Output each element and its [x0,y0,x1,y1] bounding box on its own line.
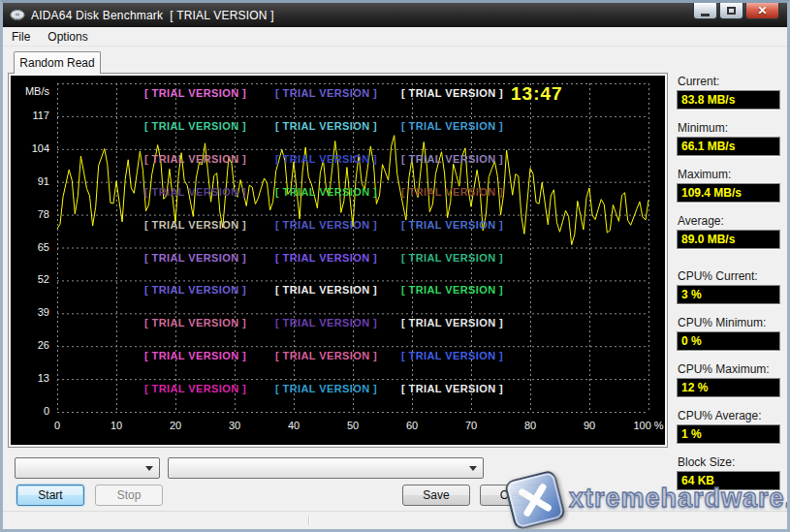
trial-watermark-r2-c0: [ TRIAL VERSION ] [144,153,246,165]
trial-watermark-r6-c0: [ TRIAL VERSION ] [144,284,246,296]
x-tick-20: 20 [154,420,197,431]
menu-bar: FileOptions [3,27,787,47]
trial-watermark-r3-c2: [ TRIAL VERSION ] [401,186,503,198]
chevron-down-icon [145,466,153,471]
y-axis-unit-label: MB/s [11,85,49,97]
trial-watermark-r2-c2: [ TRIAL VERSION ] [401,153,503,165]
close-button[interactable]: ✕ [745,3,779,19]
tab-page: 13:47 MB/s117104917865523926130010203040… [8,73,668,448]
stat-label-4: CPU% Current: [678,269,758,283]
x-tick-90: 90 [568,420,611,431]
trial-watermark-r8-c0: [ TRIAL VERSION ] [144,350,246,361]
status-bar-divider [308,516,309,525]
app-window: AIDA64 Disk Benchmark [ TRIAL VERSION ] … [0,0,790,532]
trial-watermark-r9-c0: [ TRIAL VERSION ] [144,383,246,394]
window-title: AIDA64 Disk Benchmark [ TRIAL VERSION ] [31,9,274,22]
x-tick-100: 100 % [627,420,670,431]
y-tick-78: 78 [11,208,49,220]
y-tick-65: 65 [11,241,49,253]
x-tick-30: 30 [213,420,256,431]
x-tick-50: 50 [332,420,374,431]
maximize-icon [727,7,736,15]
trial-watermark-r7-c2: [ TRIAL VERSION ] [401,317,503,329]
trial-watermark-r0-c1: [ TRIAL VERSION ] [275,87,377,99]
save-button[interactable]: Save [402,485,470,506]
trial-watermark-r1-c1: [ TRIAL VERSION ] [275,120,377,132]
chart-clock: 13:47 [511,83,563,105]
benchmark-chart: 13:47 MB/s117104917865523926130010203040… [11,76,665,445]
trial-watermark-r8-c1: [ TRIAL VERSION ] [275,350,377,361]
y-tick-26: 26 [11,339,49,351]
trial-watermark-r1-c2: [ TRIAL VERSION ] [401,120,503,132]
start-button[interactable]: Start [16,485,84,506]
x-tick-60: 60 [391,420,433,431]
title-bar: AIDA64 Disk Benchmark [ TRIAL VERSION ] … [3,3,787,27]
y-tick-91: 91 [11,175,49,187]
trial-watermark-r7-c1: [ TRIAL VERSION ] [275,317,377,329]
start-button-label: Start [38,488,62,502]
stat-value-2: 109.4 MB/s [677,183,780,203]
stat-value-6: 12 % [677,378,780,397]
stat-label-1: Minimum: [678,121,728,135]
minimize-icon [701,14,710,16]
trial-watermark-r8-c2: [ TRIAL VERSION ] [401,350,503,361]
y-tick-0: 0 [11,405,49,417]
trial-watermark-r3-c0: [ TRIAL VERSION ] [144,186,246,198]
stat-value-5: 0 % [677,331,780,351]
x-tick-70: 70 [450,420,492,431]
stat-value-1: 66.1 MB/s [677,137,780,156]
trial-watermark-r4-c0: [ TRIAL VERSION ] [144,219,246,231]
y-tick-39: 39 [11,306,49,318]
maximize-button[interactable] [719,3,743,19]
trial-watermark-r0-c2: [ TRIAL VERSION ] [401,87,503,99]
trial-watermark-r0-c0: [ TRIAL VERSION ] [144,87,246,99]
benchmark-type-select[interactable]: Random Read [15,457,160,479]
tab-random-read[interactable]: Random Read [14,51,101,74]
trial-watermark-r7-c0: [ TRIAL VERSION ] [144,317,246,329]
stat-label-8: Block Size: [678,455,735,469]
y-tick-117: 117 [11,110,49,121]
y-tick-52: 52 [11,273,49,285]
trial-watermark-r9-c1: [ TRIAL VERSION ] [275,383,377,394]
y-tick-104: 104 [11,142,49,154]
trial-watermark-r5-c2: [ TRIAL VERSION ] [401,252,503,264]
trial-watermark-r2-c1: [ TRIAL VERSION ] [275,153,377,165]
stat-label-5: CPU% Minimum: [678,316,766,329]
x-tick-40: 40 [272,420,315,431]
x-icon [504,469,567,531]
trial-watermark-r4-c2: [ TRIAL VERSION ] [401,219,503,231]
tab-label: Random Read [19,56,94,70]
xtremehardware-watermark: xtremehardware.it [499,472,790,532]
xtremehardware-text: xtremehardware.it [569,484,790,514]
stat-value-0: 83.8 MB/s [677,90,780,110]
trial-watermark-r5-c1: [ TRIAL VERSION ] [275,252,377,264]
x-tick-0: 0 [36,420,79,431]
x-tick-10: 10 [95,420,138,431]
stat-label-3: Average: [678,214,724,228]
stat-value-4: 3 % [677,285,780,304]
close-icon: ✕ [757,4,767,17]
trial-watermark-r3-c1: [ TRIAL VERSION ] [275,186,377,198]
trial-watermark-r6-c2: [ TRIAL VERSION ] [401,284,503,296]
trial-watermark-r4-c1: [ TRIAL VERSION ] [275,219,377,231]
stat-value-7: 1 % [677,424,780,444]
stat-value-3: 89.0 MB/s [677,230,780,249]
stat-label-0: Current: [678,75,719,88]
app-icon [10,9,25,22]
y-tick-13: 13 [11,372,49,384]
minimize-button[interactable] [693,3,717,19]
x-tick-80: 80 [509,420,552,431]
trial-watermark-r5-c0: [ TRIAL VERSION ] [144,252,246,264]
menu-item-options[interactable]: Options [39,28,96,46]
x-icon-glyph [515,480,554,519]
disk-drive-select[interactable]: Disk Drive #1 [SPCCN PHD 3.0] (698.6 GB) [168,457,484,479]
trial-watermark-r9-c2: [ TRIAL VERSION ] [401,383,503,394]
save-button-label: Save [423,488,449,502]
trial-watermark-r6-c1: [ TRIAL VERSION ] [275,284,377,296]
trial-watermark-r1-c0: [ TRIAL VERSION ] [144,120,246,132]
menu-item-file[interactable]: File [3,28,39,46]
stat-label-7: CPU% Average: [678,409,762,422]
stop-button[interactable]: Stop [95,485,163,506]
stop-button-label: Stop [117,488,142,502]
chevron-down-icon [469,466,477,471]
